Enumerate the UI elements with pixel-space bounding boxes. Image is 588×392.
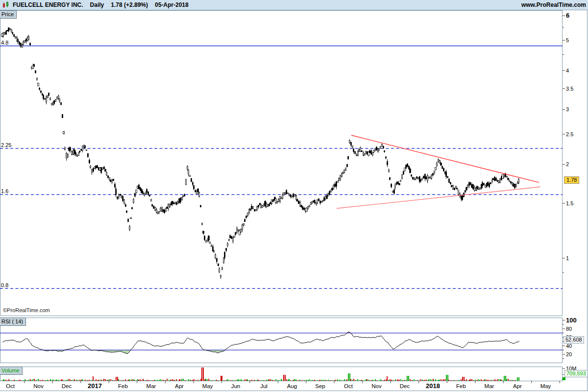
last-price-change: 1.78 (+2.89%): [111, 1, 148, 8]
session-date: 05-Apr-2018: [155, 1, 189, 8]
month-label: Aug: [287, 383, 297, 389]
title-bar: FUELCELL ENERGY INC. Daily 1.78 (+2.89%)…: [0, 0, 588, 10]
candlestick-logo-icon: [2, 1, 10, 9]
last-price-badge: 1.78: [564, 176, 579, 184]
chart-canvas[interactable]: 6543.532.521.511008060402010MOctNovDec20…: [0, 0, 588, 392]
price-level-label: 1.6: [1, 188, 8, 194]
month-label: Apr: [513, 383, 522, 389]
chart-window: 6543.532.521.511008060402010MOctNovDec20…: [0, 0, 588, 392]
axis-tick-label: 6: [566, 12, 569, 19]
tab-price[interactable]: Price: [0, 10, 17, 19]
month-label: Nov: [371, 383, 382, 389]
month-label: Feb: [456, 383, 466, 389]
axis-tick-label: 2.5: [566, 131, 573, 137]
axis-tick-label: 80: [566, 326, 572, 332]
axis-tick-label: 5: [566, 37, 569, 43]
current-volume-marker: [563, 377, 565, 380]
prorealtime-watermark: ©ProRealTime.com: [3, 307, 50, 313]
rsi-panel[interactable]: [0, 318, 563, 363]
timeframe-label[interactable]: Daily: [90, 1, 104, 8]
axis-tick-label: 3.5: [566, 86, 573, 92]
price-level-label: 2.25: [1, 142, 11, 148]
volume-panel[interactable]: [0, 367, 563, 381]
month-label: Dec: [400, 383, 410, 389]
axis-tick-label: 4: [566, 68, 569, 74]
month-label: Apr: [175, 383, 184, 389]
axis-tick-label: 1.5: [566, 200, 573, 206]
month-label: Oct: [6, 383, 15, 389]
month-label: Oct: [344, 383, 353, 389]
axis-tick-label: 1: [566, 255, 569, 261]
instrument-name: FUELCELL ENERGY INC.: [13, 1, 83, 8]
month-label: May: [202, 383, 213, 389]
tab-rsi[interactable]: RSI ( 14): [0, 318, 26, 326]
price-level-label: 4.8: [1, 40, 8, 46]
month-label: Dec: [62, 383, 72, 389]
volume-value-badge: 709,593: [564, 370, 588, 377]
month-label: Jun: [231, 383, 241, 389]
website-link[interactable]: www.ProRealTime.com: [521, 1, 586, 8]
axis-tick-label: 3: [566, 106, 569, 112]
price-level-label: 0.8: [1, 282, 8, 288]
month-label: Mar: [485, 383, 494, 389]
axis-tick-label: 100: [566, 317, 577, 324]
month-label: Mar: [147, 383, 156, 389]
tab-volume[interactable]: Volume: [0, 367, 23, 375]
rsi-value-badge: 52.608: [564, 336, 584, 343]
month-label: Nov: [33, 383, 44, 389]
month-label: Sep: [315, 383, 325, 389]
month-label: Jul: [260, 383, 268, 389]
axis-tick-label: 20: [566, 351, 572, 357]
price-panel[interactable]: [0, 11, 563, 316]
month-label: 2017: [88, 382, 102, 390]
month-label: May: [540, 383, 551, 389]
month-label: Feb: [118, 383, 128, 389]
axis-tick-label: 2: [566, 161, 569, 167]
axis-tick-label: 40: [566, 343, 572, 349]
month-label: 2018: [426, 382, 440, 390]
